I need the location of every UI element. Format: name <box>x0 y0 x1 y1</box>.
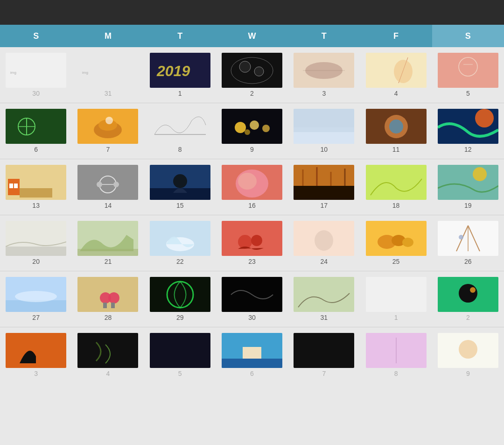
calendar-cell-jan17[interactable]: 17 <box>288 163 360 211</box>
cell-number-jan13: 13 <box>32 202 40 209</box>
cell-number-jan5: 5 <box>466 90 470 97</box>
calendar-cell-jan11[interactable]: 11 <box>360 107 432 155</box>
cell-number-feb3: 3 <box>34 370 38 377</box>
calendar-cell-jan26[interactable]: 26 <box>432 219 504 267</box>
calendar-cell-jan15[interactable]: 15 <box>144 163 216 211</box>
svg-point-102 <box>470 287 476 293</box>
cell-artwork-jan14 <box>77 165 138 200</box>
calendar-cell-jan12[interactable]: 12 <box>432 107 504 155</box>
calendar-cell-jan3[interactable]: 3 <box>288 51 360 99</box>
cell-number-jan15: 15 <box>176 202 184 209</box>
cell-artwork-jan23 <box>222 221 282 256</box>
svg-rect-65 <box>438 165 498 200</box>
svg-rect-98 <box>294 277 354 312</box>
calendar-cell-dec31[interactable]: img31 <box>72 51 144 99</box>
calendar-week-5: 3456789 <box>0 327 504 383</box>
calendar-cell-jan2[interactable]: 2 <box>216 51 288 99</box>
calendar-cell-jan18[interactable]: 18 <box>360 163 432 211</box>
svg-rect-93 <box>103 303 107 308</box>
svg-rect-108 <box>243 347 261 359</box>
calendar-cell-feb8[interactable]: 8 <box>360 331 432 379</box>
calendar-cell-jan22[interactable]: 22 <box>144 219 216 267</box>
cell-number-jan12: 12 <box>464 146 472 153</box>
svg-point-8 <box>239 61 251 72</box>
calendar-cell-jan9[interactable]: 9 <box>216 107 288 155</box>
calendar-cell-jan14[interactable]: 14 <box>72 163 144 211</box>
cell-artwork-jan17 <box>294 165 354 200</box>
calendar-week-1: 6789101112 <box>0 103 504 159</box>
calendar-cell-jan19[interactable]: 19 <box>432 163 504 211</box>
calendar-cell-jan31[interactable]: 31 <box>288 275 360 323</box>
calendar-cell-jan25[interactable]: 25 <box>360 219 432 267</box>
calendar-cell-jan5[interactable]: 5 <box>432 51 504 99</box>
svg-point-92 <box>108 292 119 304</box>
calendar-cell-jan21[interactable]: 21 <box>72 219 144 267</box>
calendar-week-3: 20212223242526 <box>0 215 504 271</box>
svg-point-86 <box>459 235 463 240</box>
svg-point-77 <box>315 230 333 251</box>
calendar-cell-feb1[interactable]: 1 <box>360 275 432 323</box>
calendar-cell-jan30[interactable]: 30 <box>216 275 288 323</box>
cell-number-jan21: 21 <box>105 258 112 265</box>
calendar-cell-jan16[interactable]: 16 <box>216 163 288 211</box>
calendar-cell-jan6[interactable]: 6 <box>0 107 72 155</box>
svg-point-57 <box>238 173 257 190</box>
calendar-cell-jan8[interactable]: 8 <box>144 107 216 155</box>
calendar-cell-jan20[interactable]: 20 <box>0 219 72 267</box>
header <box>0 0 504 25</box>
svg-point-26 <box>105 117 113 124</box>
cell-artwork-jan31 <box>294 277 354 312</box>
cell-artwork-jan27 <box>6 277 66 312</box>
calendar-cell-feb2[interactable]: 2 <box>432 275 504 323</box>
calendar-week-0: img30img31201912345 <box>0 47 504 103</box>
cell-artwork-jan11 <box>366 109 427 144</box>
calendar-cell-jan23[interactable]: 23 <box>216 219 288 267</box>
svg-rect-70 <box>77 249 138 256</box>
calendar-cell-dec30[interactable]: img30 <box>0 51 72 99</box>
calendar-cell-feb5[interactable]: 5 <box>144 331 216 379</box>
svg-rect-45 <box>14 184 18 188</box>
svg-point-101 <box>459 284 477 303</box>
cell-artwork-jan18 <box>366 165 427 200</box>
svg-point-113 <box>459 340 477 359</box>
cell-number-jan22: 22 <box>176 258 184 265</box>
calendar-cell-jan13[interactable]: 13 <box>0 163 72 211</box>
calendar-cell-jan24[interactable]: 24 <box>288 219 360 267</box>
calendar-cell-jan29[interactable]: 29 <box>144 275 216 323</box>
cell-artwork-feb2 <box>438 277 498 312</box>
calendar-cell-feb4[interactable]: 4 <box>72 331 144 379</box>
day-header-sun: S <box>0 25 72 47</box>
cell-number-jan31: 31 <box>320 314 328 321</box>
cell-number-jan7: 7 <box>106 146 110 153</box>
svg-point-41 <box>475 109 494 127</box>
cell-artwork-jan29 <box>150 277 210 312</box>
day-header-sat: S <box>432 25 504 47</box>
calendar-week-4: 272829303112 <box>0 271 504 327</box>
cell-number-jan29: 29 <box>176 314 184 321</box>
calendar-cell-feb6[interactable]: 6 <box>216 331 288 379</box>
calendar-cell-jan4[interactable]: 4 <box>360 51 432 99</box>
cell-number-feb1: 1 <box>394 314 398 321</box>
cell-number-jan16: 16 <box>248 202 256 209</box>
cell-artwork-feb8 <box>366 333 427 368</box>
calendar-week-2: 13141516171819 <box>0 159 504 215</box>
calendar-cell-jan27[interactable]: 27 <box>0 275 72 323</box>
calendar-cell-jan10[interactable]: 10 <box>288 107 360 155</box>
svg-point-75 <box>251 235 262 246</box>
cell-artwork-jan3 <box>294 53 354 88</box>
cell-number-jan1: 1 <box>178 90 182 97</box>
calendar-cell-jan7[interactable]: 7 <box>72 107 144 155</box>
cell-number-feb2: 2 <box>466 314 470 321</box>
calendar-cell-feb9[interactable]: 9 <box>432 331 504 379</box>
svg-rect-19 <box>6 109 66 144</box>
calendar-cell-feb7[interactable]: 7 <box>288 331 360 379</box>
calendar-cell-jan28[interactable]: 28 <box>72 275 144 323</box>
calendar-cell-feb3[interactable]: 3 <box>0 331 72 379</box>
cell-artwork-jan10 <box>294 109 354 144</box>
calendar-cell-jan1[interactable]: 20191 <box>144 51 216 99</box>
cell-artwork-jan25 <box>366 221 427 256</box>
svg-point-15 <box>394 60 413 83</box>
calendar-body: img30img31201912345678910111213141516171… <box>0 47 504 383</box>
day-headers: S M T W T F S <box>0 25 504 47</box>
cell-number-jan27: 27 <box>32 314 40 321</box>
